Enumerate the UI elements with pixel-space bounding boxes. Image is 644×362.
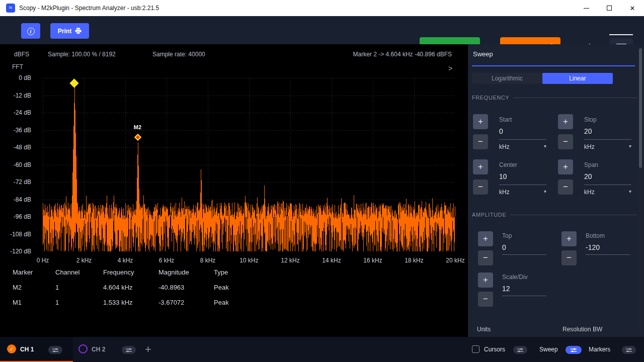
frequency-section-header: FREQUENCY xyxy=(472,95,637,101)
spectrum-canvas[interactable] xyxy=(43,78,455,251)
amplitude-section-label: AMPLITUDE xyxy=(472,212,506,218)
marker-table-header: Frequency xyxy=(103,268,158,284)
maximize-button[interactable] xyxy=(598,0,621,16)
y-tick: -60 dB xyxy=(0,161,31,168)
channel-2-settings-button[interactable] xyxy=(122,346,136,354)
top-increment-button[interactable]: + xyxy=(478,231,493,246)
scale-div-decrement-button[interactable]: − xyxy=(478,292,493,307)
marker-table-cell: 1 xyxy=(55,284,103,299)
y-unit-label: dBFS xyxy=(14,51,29,58)
scale-div-value-input[interactable]: 12 xyxy=(502,285,510,293)
bottom-label: Bottom xyxy=(586,232,605,239)
channel-2-label: CH 2 xyxy=(92,345,105,353)
marker-table-header: Channel xyxy=(55,268,103,284)
start-frequency-control: + − Start 0 kHz▾ xyxy=(471,112,553,160)
span-decrement-button[interactable]: − xyxy=(558,179,573,195)
bottom-decrement-button[interactable]: − xyxy=(561,250,577,265)
marker-table-cell: 4.604 kHz xyxy=(103,284,158,299)
start-label: Start xyxy=(499,116,512,123)
info-button[interactable]: i xyxy=(21,23,40,39)
y-tick: -12 dB xyxy=(0,92,31,99)
scale-mode-toggle: Logarithmic Linear xyxy=(472,73,613,84)
span-label: Span xyxy=(584,161,598,168)
tune-icon xyxy=(625,348,632,352)
channel-1-settings-button[interactable] xyxy=(48,346,62,354)
stop-increment-button[interactable]: + xyxy=(558,114,573,129)
center-decrement-button[interactable]: − xyxy=(473,179,488,195)
x-tick: 4 kHz xyxy=(110,257,140,264)
sweep-settings-panel: Sweep Logarithmic Linear FREQUENCY + − S… xyxy=(468,44,644,337)
y-tick: -48 dB xyxy=(0,144,31,151)
span-frequency-control: + − Span 20 kHz▾ xyxy=(556,157,638,206)
chevron-down-icon: ▾ xyxy=(544,143,546,150)
sample-rate: Sample rate: 40000 xyxy=(152,51,205,58)
close-icon: ✕ xyxy=(630,5,635,12)
minimize-button[interactable] xyxy=(575,0,598,16)
marker-table-cell: M1 xyxy=(13,299,55,314)
channel-1-tab[interactable]: ✓ CH 1 xyxy=(0,337,73,362)
center-value-input[interactable]: 10 xyxy=(499,172,507,180)
span-value-input[interactable]: 20 xyxy=(584,172,592,180)
tune-icon xyxy=(125,348,132,352)
bottom-value-input[interactable]: -120 xyxy=(586,243,600,251)
y-tick: -24 dB xyxy=(0,109,31,116)
marker-table: Marker Channel Frequency Magnitude Type … xyxy=(13,268,254,314)
title-bar[interactable]: ≈ Scopy - M2kPlugin - Spectrum Analyzer … xyxy=(0,0,644,16)
stop-decrement-button[interactable]: − xyxy=(558,134,573,149)
panel-title: Sweep xyxy=(473,50,493,58)
spectrum-plot-area: dBFS Sample: 100.00 % / 8192 Sample rate… xyxy=(0,44,468,337)
channel-2-enabled-icon[interactable] xyxy=(78,344,88,353)
sweep-settings-button[interactable] xyxy=(566,346,582,354)
top-label: Top xyxy=(502,232,512,239)
close-button[interactable]: ✕ xyxy=(621,0,644,16)
span-unit-dropdown[interactable]: kHz▾ xyxy=(584,189,631,196)
marker-table-cell: 1 xyxy=(55,299,103,314)
panel-scrollbar[interactable] xyxy=(639,48,642,333)
add-channel-button[interactable]: + xyxy=(145,343,151,356)
channel-2-tab[interactable]: CH 2 xyxy=(78,337,144,362)
info-icon: i xyxy=(27,28,35,35)
panel-collapse-chevron-icon[interactable]: > xyxy=(448,64,452,72)
cursors-settings-button[interactable] xyxy=(513,346,527,354)
stop-value-input[interactable]: 20 xyxy=(584,127,592,135)
top-value-input[interactable]: 0 xyxy=(502,243,506,251)
center-unit-dropdown[interactable]: kHz▾ xyxy=(499,189,546,196)
y-tick: -120 dB xyxy=(0,248,31,255)
top-decrement-button[interactable]: − xyxy=(478,250,493,265)
x-tick: 18 kHz xyxy=(399,257,429,264)
markers-settings-button[interactable] xyxy=(622,346,636,354)
toolbar: i Print Run Single ⚙ xyxy=(0,16,644,44)
app-window: ≈ Scopy - M2kPlugin - Spectrum Analyzer … xyxy=(0,0,644,362)
print-button[interactable]: Print xyxy=(50,23,89,39)
center-increment-button[interactable]: + xyxy=(473,159,488,174)
start-increment-button[interactable]: + xyxy=(473,114,488,129)
logarithmic-option[interactable]: Logarithmic xyxy=(472,73,542,84)
channel-1-enabled-icon[interactable]: ✓ xyxy=(7,344,16,353)
scale-div-increment-button[interactable]: + xyxy=(478,273,493,288)
channel-1-label: CH 1 xyxy=(20,345,34,353)
span-increment-button[interactable]: + xyxy=(558,159,573,174)
y-tick: -96 dB xyxy=(0,213,31,220)
center-label: Center xyxy=(499,161,517,168)
scrollbar-thumb[interactable] xyxy=(639,48,642,168)
y-tick: -72 dB xyxy=(0,178,31,186)
start-decrement-button[interactable]: − xyxy=(473,134,488,149)
cursors-checkbox[interactable] xyxy=(472,345,479,353)
frequency-section-label: FREQUENCY xyxy=(472,95,509,101)
linear-option[interactable]: Linear xyxy=(542,73,613,84)
cursors-label: Cursors xyxy=(484,345,505,353)
start-unit-dropdown[interactable]: kHz▾ xyxy=(499,143,546,150)
sample-info: Sample: 100.00 % / 8192 xyxy=(48,51,116,58)
marker-table-cell: 1.533 kHz xyxy=(103,299,158,314)
stop-label: Stop xyxy=(584,116,597,123)
x-tick: 20 kHz xyxy=(440,257,470,264)
stop-unit-dropdown[interactable]: kHz▾ xyxy=(584,143,631,150)
tune-icon xyxy=(517,348,524,352)
markers-menu-label: Markers xyxy=(589,345,610,353)
x-tick: 0 Hz xyxy=(28,257,58,264)
maximize-icon xyxy=(607,6,612,11)
chevron-down-icon: ▾ xyxy=(544,189,546,196)
bottom-increment-button[interactable]: + xyxy=(561,231,577,246)
x-tick: 8 kHz xyxy=(193,257,223,264)
start-value-input[interactable]: 0 xyxy=(499,127,503,135)
